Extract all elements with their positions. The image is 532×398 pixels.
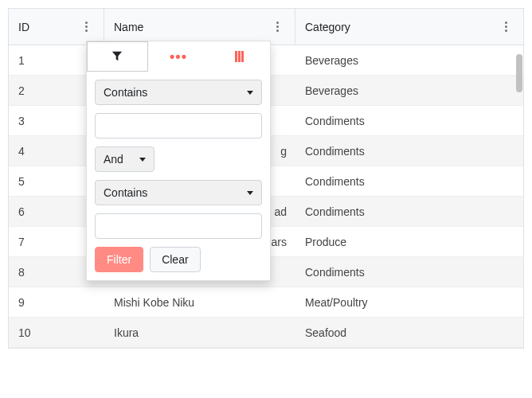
header-cell-category[interactable]: Category <box>295 9 523 45</box>
scrollbar-thumb[interactable] <box>516 54 522 92</box>
cell: Seafood <box>295 318 523 347</box>
cell: Condiments <box>295 136 523 166</box>
header-cell-name[interactable]: Name <box>104 9 295 45</box>
header-cell-id[interactable]: ID <box>9 9 104 45</box>
cell: Ikura <box>104 318 295 347</box>
filter-value1-input[interactable] <box>95 113 262 139</box>
columns-icon <box>235 51 244 62</box>
column-menu-icon[interactable] <box>78 19 94 35</box>
filter-button[interactable]: Filter <box>95 247 143 272</box>
header-label-name: Name <box>114 21 269 33</box>
chevron-down-icon <box>247 91 253 95</box>
column-menu-popup: ••• Contains And Contains Filter Clear <box>86 41 271 281</box>
header-label-category: Category <box>305 21 498 33</box>
cell: Condiments <box>295 257 523 287</box>
clear-button[interactable]: Clear <box>150 247 200 272</box>
cell: 9 <box>9 287 104 317</box>
table-row[interactable]: 10 Ikura Seafood <box>9 318 523 348</box>
column-menu-icon[interactable] <box>498 19 514 35</box>
chevron-down-icon <box>139 158 146 162</box>
cell: Meat/Poultry <box>295 287 523 317</box>
operator1-select[interactable]: Contains <box>95 80 262 105</box>
cell: Beverages <box>295 76 523 105</box>
popup-tabs: ••• <box>87 41 270 72</box>
cell: Condiments <box>295 106 523 135</box>
cell: Condiments <box>295 166 523 196</box>
operator2-select[interactable]: Contains <box>95 180 262 205</box>
action-row: Filter Clear <box>95 247 262 272</box>
tab-columns[interactable] <box>209 41 270 72</box>
cell: 10 <box>9 318 104 347</box>
filter-icon <box>111 50 123 64</box>
cell: Produce <box>295 227 523 256</box>
filter-value2-input[interactable] <box>95 213 262 239</box>
cell: Mishi Kobe Niku <box>104 287 295 317</box>
operator2-label: Contains <box>104 186 147 199</box>
table-row[interactable]: 9 Mishi Kobe Niku Meat/Poultry <box>9 287 523 318</box>
more-icon: ••• <box>170 49 187 65</box>
operator1-label: Contains <box>104 86 147 99</box>
tab-filter[interactable] <box>87 41 148 72</box>
chevron-down-icon <box>247 191 253 195</box>
logic-select[interactable]: And <box>95 146 155 172</box>
filter-body: Contains And Contains Filter Clear <box>87 72 270 280</box>
tab-operators[interactable]: ••• <box>148 41 209 72</box>
logic-label: And <box>104 153 123 166</box>
header-label-id: ID <box>18 21 78 33</box>
column-menu-icon[interactable] <box>269 19 285 35</box>
cell: Beverages <box>295 45 523 75</box>
cell: Condiments <box>295 197 523 226</box>
